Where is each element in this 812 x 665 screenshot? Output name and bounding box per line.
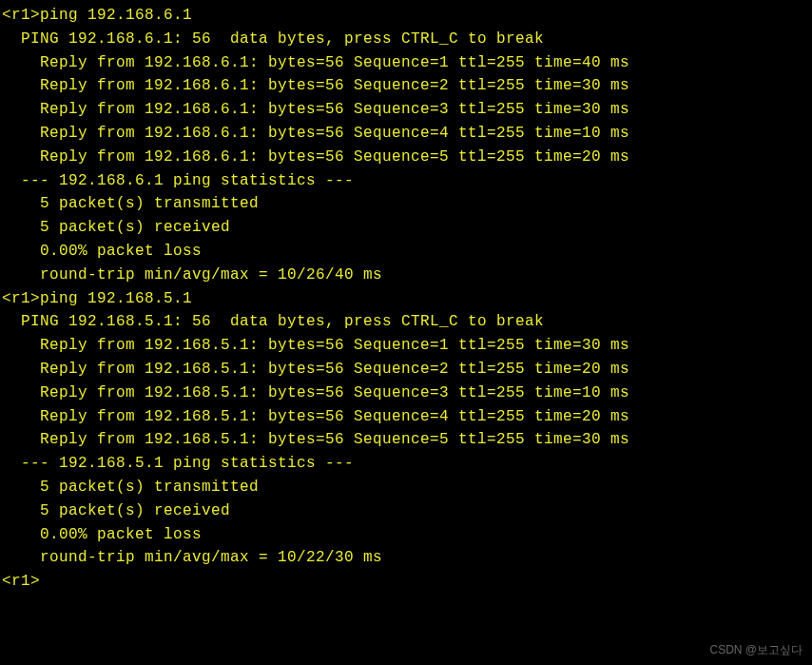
terminal-line: Reply from 192.168.5.1: bytes=56 Sequenc…: [2, 428, 810, 452]
terminal-line: 5 packet(s) transmitted: [2, 192, 810, 216]
watermark: CSDN @보고싶다: [709, 641, 802, 659]
terminal-line: Reply from 192.168.6.1: bytes=56 Sequenc…: [2, 74, 810, 98]
terminal-line: 0.00% packet loss: [2, 523, 810, 547]
terminal-line: --- 192.168.6.1 ping statistics ---: [2, 169, 810, 193]
terminal-line: <r1>: [2, 570, 810, 594]
terminal-line: Reply from 192.168.5.1: bytes=56 Sequenc…: [2, 405, 810, 429]
terminal-line: Reply from 192.168.5.1: bytes=56 Sequenc…: [2, 381, 810, 405]
terminal-line: Reply from 192.168.6.1: bytes=56 Sequenc…: [2, 51, 810, 75]
terminal-line: 5 packet(s) received: [2, 216, 810, 240]
terminal-line: Reply from 192.168.5.1: bytes=56 Sequenc…: [2, 358, 810, 381]
terminal-line: <r1>ping 192.168.6.1: [2, 4, 810, 28]
terminal-line: --- 192.168.5.1 ping statistics ---: [2, 452, 810, 476]
terminal-line: Reply from 192.168.6.1: bytes=56 Sequenc…: [2, 146, 810, 169]
terminal-line: Reply from 192.168.5.1: bytes=56 Sequenc…: [2, 334, 810, 358]
terminal-line: 5 packet(s) transmitted: [2, 476, 810, 499]
terminal-line: 0.00% packet loss: [2, 240, 810, 264]
terminal-line: round-trip min/avg/max = 10/26/40 ms: [2, 264, 810, 287]
terminal-line: Reply from 192.168.6.1: bytes=56 Sequenc…: [2, 122, 810, 146]
terminal-line: round-trip min/avg/max = 10/22/30 ms: [2, 546, 810, 570]
terminal-line: Reply from 192.168.6.1: bytes=56 Sequenc…: [2, 98, 810, 122]
terminal-line: PING 192.168.5.1: 56 data bytes, press C…: [2, 310, 810, 334]
terminal-line: <r1>ping 192.168.5.1: [2, 287, 810, 311]
terminal-line: 5 packet(s) received: [2, 499, 810, 523]
terminal-line: PING 192.168.6.1: 56 data bytes, press C…: [2, 28, 810, 51]
terminal-output[interactable]: <r1>ping 192.168.6.1 PING 192.168.6.1: 5…: [2, 4, 810, 594]
